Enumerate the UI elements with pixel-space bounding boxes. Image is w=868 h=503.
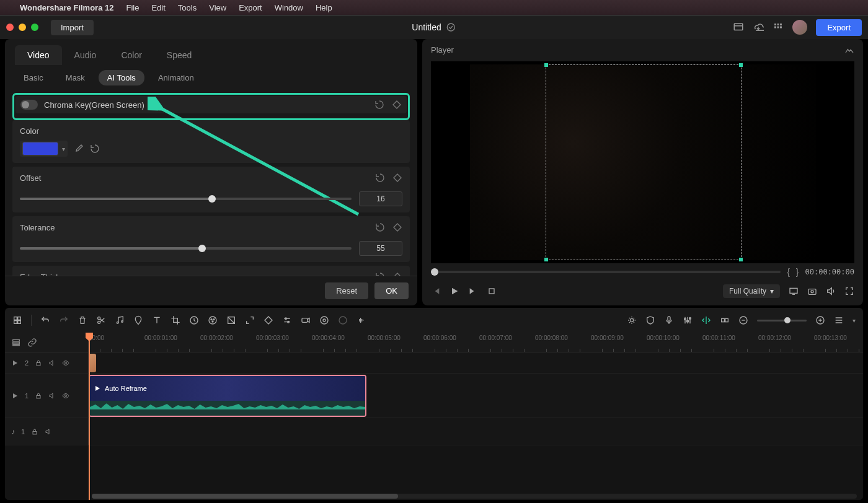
timeline-view-icon[interactable] — [834, 315, 844, 325]
tab-color[interactable]: Color — [108, 45, 154, 65]
display-icon[interactable] — [789, 286, 799, 296]
subtab-mask[interactable]: Mask — [57, 70, 94, 85]
keyframe-icon[interactable] — [392, 100, 402, 110]
menu-export[interactable]: Export — [239, 3, 262, 12]
menu-tools[interactable]: Tools — [178, 3, 197, 12]
playhead[interactable] — [89, 333, 90, 500]
lock-icon[interactable] — [35, 392, 42, 400]
maximize-window-icon[interactable] — [31, 24, 38, 31]
offset-slider[interactable] — [20, 198, 352, 200]
speed-icon[interactable] — [189, 315, 199, 325]
layout-icon[interactable] — [733, 22, 744, 33]
mute-icon[interactable] — [48, 359, 56, 367]
snap-icon[interactable] — [720, 315, 730, 325]
player-canvas[interactable] — [431, 61, 854, 263]
play-icon[interactable] — [450, 286, 459, 296]
subtab-basic[interactable]: Basic — [15, 70, 52, 85]
quality-select[interactable]: Full Quality▾ — [723, 284, 780, 298]
stop-icon[interactable] — [487, 286, 497, 296]
tab-speed[interactable]: Speed — [154, 45, 204, 65]
keyframe-tool-icon[interactable] — [264, 315, 273, 325]
audio-wave-icon[interactable] — [356, 315, 366, 325]
tolerance-slider[interactable] — [20, 247, 352, 250]
mixer-icon[interactable] — [683, 315, 693, 325]
user-avatar[interactable] — [792, 20, 807, 35]
prev-frame-icon[interactable] — [431, 286, 441, 296]
app-name[interactable]: Wondershare Filmora 12 — [20, 3, 113, 12]
close-window-icon[interactable] — [6, 24, 14, 31]
green-screen-icon[interactable] — [226, 315, 236, 325]
keyframe-edge-icon[interactable] — [392, 272, 402, 276]
split-icon[interactable] — [96, 315, 106, 325]
next-frame-icon[interactable] — [468, 286, 478, 296]
ok-button[interactable]: OK — [374, 282, 409, 299]
selection-box[interactable] — [546, 64, 742, 260]
lock-icon[interactable] — [31, 428, 38, 435]
eye-icon[interactable] — [62, 359, 69, 367]
record-icon[interactable] — [301, 315, 311, 325]
reset-button[interactable]: Reset — [325, 282, 368, 299]
main-clip[interactable]: Auto Reframe — [89, 375, 366, 417]
volume-icon[interactable] — [826, 286, 836, 296]
music-icon[interactable] — [115, 315, 125, 325]
tolerance-input[interactable] — [359, 241, 402, 256]
keyframe-tolerance-icon[interactable] — [392, 222, 402, 232]
link-icon[interactable] — [27, 338, 37, 348]
player-scrubber[interactable] — [431, 271, 781, 273]
adjust-icon[interactable] — [282, 315, 292, 325]
zoom-in-icon[interactable] — [815, 315, 825, 325]
marker-icon[interactable] — [133, 315, 143, 325]
media-view-icon[interactable] — [12, 315, 22, 325]
menu-window[interactable]: Window — [275, 3, 303, 12]
keyframe-offset-icon[interactable] — [392, 173, 402, 183]
lock-icon[interactable] — [35, 359, 42, 367]
menu-help[interactable]: Help — [316, 3, 332, 12]
menu-view[interactable]: View — [209, 3, 226, 12]
reset-offset-icon[interactable] — [375, 173, 385, 183]
zoom-slider[interactable] — [757, 320, 807, 321]
zoom-out-icon[interactable] — [738, 315, 748, 325]
import-button[interactable]: Import — [51, 20, 94, 35]
reset-tolerance-icon[interactable] — [375, 222, 385, 232]
chevron-down-icon[interactable]: ▾ — [852, 317, 856, 324]
mark-out-icon[interactable]: } — [796, 267, 799, 277]
reset-color-icon[interactable] — [90, 144, 100, 154]
reset-icon[interactable] — [374, 100, 384, 110]
crop-icon[interactable] — [170, 315, 180, 325]
subtab-ai-tools[interactable]: AI Tools — [99, 70, 144, 85]
export-button[interactable]: Export — [816, 19, 862, 36]
color-swatch[interactable] — [22, 142, 58, 155]
offset-input[interactable] — [359, 191, 402, 206]
subtab-animation[interactable]: Animation — [149, 70, 203, 85]
shield-icon[interactable] — [645, 315, 655, 325]
apps-grid-icon[interactable] — [773, 22, 784, 33]
eye-icon[interactable] — [62, 392, 69, 400]
color-tool-icon[interactable] — [208, 315, 218, 325]
text-icon[interactable] — [152, 315, 162, 325]
time-ruler[interactable]: 00:0000:00:01:0000:00:02:0000:00:03:0000… — [89, 333, 863, 352]
chevron-down-icon[interactable]: ▾ — [62, 146, 65, 152]
minimize-window-icon[interactable] — [19, 24, 26, 31]
cloud-sync-icon[interactable] — [446, 22, 456, 32]
reset-edge-icon[interactable] — [375, 272, 385, 276]
tab-audio[interactable]: Audio — [62, 45, 109, 65]
mark-in-icon[interactable]: { — [787, 267, 790, 277]
undo-icon[interactable] — [40, 315, 50, 325]
scope-icon[interactable] — [844, 45, 854, 55]
tab-video[interactable]: Video — [15, 45, 62, 65]
auto-ripple-icon[interactable] — [701, 315, 711, 325]
redo-icon[interactable] — [59, 315, 69, 325]
menu-file[interactable]: File — [126, 3, 139, 12]
voiceover-icon[interactable] — [664, 315, 674, 325]
track-manager-icon[interactable] — [11, 338, 21, 348]
info-icon[interactable]: i — [151, 100, 159, 109]
snapshot-icon[interactable] — [807, 286, 817, 296]
cloud-download-icon[interactable] — [753, 22, 764, 33]
render-icon[interactable] — [627, 315, 637, 325]
fullscreen-icon[interactable] — [844, 286, 854, 296]
chroma-key-toggle[interactable] — [20, 100, 38, 110]
eyedropper-icon[interactable] — [74, 144, 84, 154]
delete-icon[interactable] — [78, 315, 87, 325]
menu-edit[interactable]: Edit — [151, 3, 165, 12]
mute-icon[interactable] — [48, 392, 56, 400]
